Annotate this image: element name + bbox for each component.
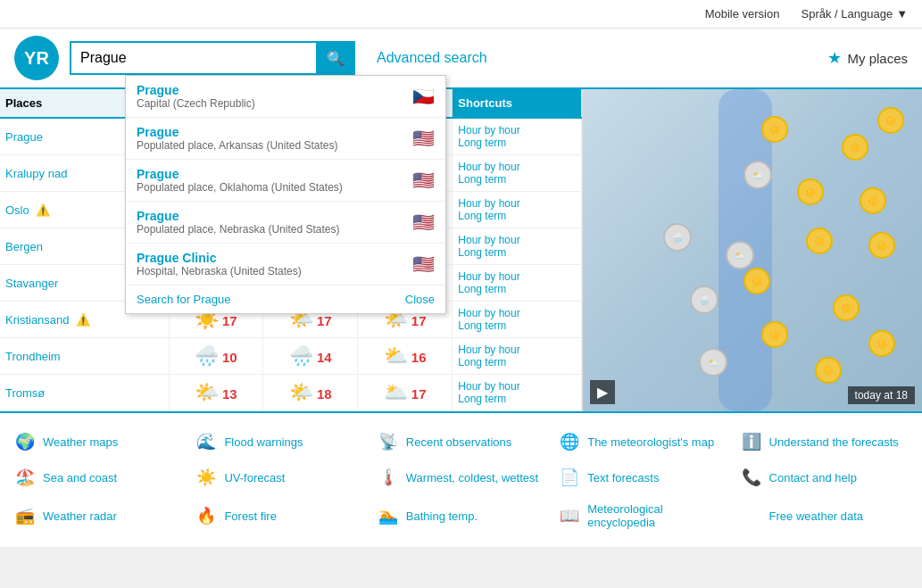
table-row: Tromsø 🌤️ 13 🌤️ 18 🌥️ 17 Hour by hour Lo… [0, 375, 582, 411]
place-name-link[interactable]: Kristiansand [5, 313, 70, 327]
footer-item[interactable]: 🌍 Weather maps [14, 427, 181, 456]
place-name-link[interactable]: Tromsø [5, 386, 45, 400]
footer-link[interactable]: Contact and help [769, 471, 857, 484]
footer-link[interactable]: Weather maps [43, 435, 118, 449]
footer-link[interactable]: Free weather data [769, 509, 864, 523]
long-term-link[interactable]: Long term [458, 210, 576, 222]
footer-link[interactable]: Understand the forecasts [769, 435, 899, 449]
map-play-button[interactable]: ▶ [590, 380, 615, 404]
flag-icon: 🇺🇸 [412, 128, 435, 149]
map-cloud-dot: 🌥️ [699, 348, 727, 377]
footer-item[interactable]: 🌊 Flood warnings [195, 427, 362, 456]
footer-item[interactable]: 🏖️ Sea and coast [14, 463, 181, 492]
footer-link[interactable]: Flood warnings [224, 435, 303, 449]
dropdown-item[interactable]: Prague Clinic Hospital, Nebraska (United… [126, 244, 445, 286]
map-weather-dot: ☀️ [877, 107, 904, 134]
hour-by-hour-link[interactable]: Hour by hour [458, 307, 576, 319]
long-term-link[interactable]: Long term [458, 173, 576, 186]
weather-icon: 🌥️ [384, 381, 408, 403]
hour-by-hour-link[interactable]: Hour by hour [458, 234, 576, 246]
language-arrow: ▼ [896, 7, 908, 21]
footer-item[interactable]: 🏊 Bathing temp. [378, 499, 544, 533]
footer-link[interactable]: Sea and coast [43, 471, 117, 484]
footer-link[interactable]: Forest fire [224, 509, 277, 523]
long-term-link[interactable]: Long term [458, 137, 576, 149]
table-row: Trondheim 🌧️ 10 🌧️ 14 ⛅ 16 Hour by hour … [0, 338, 582, 375]
my-places-button[interactable]: ★ My places [827, 48, 908, 68]
place-name-link[interactable]: Oslo [5, 203, 29, 217]
long-term-link[interactable]: Long term [458, 283, 576, 295]
footer-link[interactable]: Text forecasts [587, 471, 659, 484]
weather-icon: 🌧️ [289, 344, 313, 367]
hour-by-hour-link[interactable]: Hour by hour [458, 270, 576, 283]
footer-item[interactable]: ℹ️ Understand the forecasts [741, 427, 908, 456]
weather-icon: 🌧️ [195, 344, 219, 367]
advanced-search-link[interactable]: Advanced search [377, 50, 487, 66]
footer-item[interactable]: 🌡️ Warmest, coldest, wettest [378, 463, 544, 492]
footer-item[interactable]: 🔥 Forest fire [195, 499, 362, 533]
dropdown-item[interactable]: Prague Populated place, Nebraska (United… [126, 202, 445, 244]
mobile-version-link[interactable]: Mobile version [705, 7, 780, 21]
hour-by-hour-link[interactable]: Hour by hour [458, 161, 576, 173]
footer-grid: 🌍 Weather maps 🌊 Flood warnings 📡 Recent… [14, 427, 908, 533]
search-for-link[interactable]: Search for Prague [137, 293, 231, 306]
footer-item[interactable]: ☀️ UV-forecast [195, 463, 362, 492]
footer-link[interactable]: Recent observations [406, 435, 512, 449]
footer-icon: 📻 [14, 505, 36, 526]
footer-item[interactable]: 📞 Contact and help [741, 463, 908, 492]
long-term-link[interactable]: Long term [458, 246, 576, 259]
footer-item[interactable]: 📄 Text forecasts [559, 463, 726, 492]
map-weather-dot: ☀️ [815, 357, 842, 384]
close-dropdown-link[interactable]: Close [405, 293, 435, 306]
footer-icon: 🌐 [559, 431, 580, 452]
map-weather-dot: ☀️ [761, 321, 788, 348]
flag-icon: 🇨🇿 [412, 86, 435, 107]
temperature: 14 [317, 350, 332, 365]
footer-item[interactable]: 🌐 The meteorologist's map [559, 427, 726, 456]
long-term-link[interactable]: Long term [458, 393, 576, 405]
long-term-link[interactable]: Long term [458, 356, 576, 369]
place-name-link[interactable]: Kralupy nad [5, 167, 67, 180]
place-name-link[interactable]: Stavanger [5, 277, 58, 290]
temperature: 17 [222, 313, 237, 328]
footer-icon: 🏊 [378, 505, 399, 526]
warning-icon: ⚠️ [76, 313, 90, 327]
place-name-link[interactable]: Bergen [5, 240, 43, 253]
language-label: Språk / Language [801, 7, 893, 21]
dropdown-item[interactable]: Prague Populated place, Arkansas (United… [126, 118, 445, 160]
star-icon: ★ [827, 48, 842, 68]
footer-icon: 📞 [741, 467, 762, 488]
dropdown-item[interactable]: Prague Capital (Czech Republic) 🇨🇿 [126, 76, 445, 118]
footer-link[interactable]: Weather radar [43, 509, 117, 523]
hour-by-hour-link[interactable]: Hour by hour [458, 380, 576, 393]
footer-link[interactable]: Meteorological encyclopedia [587, 502, 726, 529]
place-name-link[interactable]: Prague [5, 130, 43, 144]
temperature: 16 [411, 350, 427, 365]
main-header: YR 🔍 Prague Capital (Czech Republic) 🇨🇿 … [0, 29, 922, 89]
hour-by-hour-link[interactable]: Hour by hour [458, 344, 576, 356]
footer-link[interactable]: Warmest, coldest, wettest [406, 471, 538, 484]
footer-item[interactable]: 📡 Recent observations [378, 427, 544, 456]
search-button[interactable]: 🔍 [316, 41, 355, 76]
language-selector[interactable]: Språk / Language ▼ [801, 7, 908, 21]
footer-link[interactable]: The meteorologist's map [587, 435, 714, 449]
footer-item[interactable]: Free weather data [741, 499, 908, 533]
map-weather-dot: ☀️ [868, 330, 895, 357]
hour-by-hour-link[interactable]: Hour by hour [458, 124, 576, 137]
long-term-link[interactable]: Long term [458, 319, 576, 332]
place-name-link[interactable]: Trondheim [5, 350, 61, 363]
footer-icon: 📡 [378, 431, 399, 452]
yr-logo[interactable]: YR [14, 36, 59, 80]
footer-item[interactable]: 📖 Meteorological encyclopedia [559, 499, 726, 533]
footer-item[interactable]: 📻 Weather radar [14, 499, 181, 533]
search-input[interactable] [70, 41, 355, 75]
map-time-label: today at 18 [848, 386, 915, 404]
map-weather-dot: ☀️ [743, 268, 770, 294]
temperature: 17 [411, 313, 427, 328]
footer-link[interactable]: Bathing temp. [406, 509, 478, 523]
temperature: 18 [317, 386, 332, 402]
footer-link[interactable]: UV-forecast [224, 471, 285, 484]
dropdown-item[interactable]: Prague Populated place, Oklahoma (United… [126, 160, 445, 202]
hour-by-hour-link[interactable]: Hour by hour [458, 197, 576, 210]
map-container: ☀️ ☀️ ☀️ 🌥️ ☀️ ☀️ 🌧️ 🌥️ ☀️ ☀️ ☀️ 🌧️ ☀️ ☀… [583, 89, 922, 411]
